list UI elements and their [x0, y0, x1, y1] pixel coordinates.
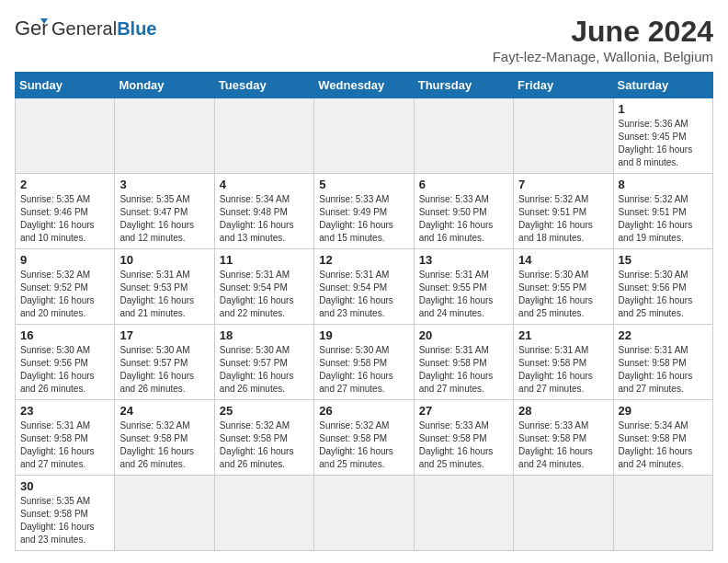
calendar-week-3: 9Sunrise: 5:32 AM Sunset: 9:52 PM Daylig… [16, 249, 713, 325]
calendar-cell [115, 476, 214, 551]
day-info: Sunrise: 5:30 AM Sunset: 9:55 PM Dayligh… [518, 269, 608, 320]
day-number: 12 [319, 253, 408, 267]
day-number: 5 [319, 178, 408, 191]
day-info: Sunrise: 5:31 AM Sunset: 9:54 PM Dayligh… [319, 269, 408, 320]
day-info: Sunrise: 5:31 AM Sunset: 9:58 PM Dayligh… [619, 344, 708, 396]
day-info: Sunrise: 5:32 AM Sunset: 9:58 PM Dayligh… [119, 419, 209, 471]
calendar-cell [613, 476, 712, 551]
calendar-cell [214, 98, 313, 174]
day-info: Sunrise: 5:30 AM Sunset: 9:56 PM Dayligh… [20, 344, 109, 396]
calendar-cell: 6Sunrise: 5:33 AM Sunset: 9:50 PM Daylig… [414, 174, 513, 249]
header-thursday: Thursday [414, 73, 513, 98]
header-tuesday: Tuesday [214, 73, 313, 98]
calendar-cell [16, 98, 115, 174]
day-info: Sunrise: 5:33 AM Sunset: 9:58 PM Dayligh… [518, 419, 608, 471]
day-info: Sunrise: 5:31 AM Sunset: 9:55 PM Dayligh… [419, 269, 508, 320]
calendar-cell: 17Sunrise: 5:30 AM Sunset: 9:57 PM Dayli… [115, 325, 214, 400]
day-number: 23 [20, 404, 109, 418]
day-info: Sunrise: 5:32 AM Sunset: 9:52 PM Dayligh… [20, 269, 109, 320]
calendar-cell: 24Sunrise: 5:32 AM Sunset: 9:58 PM Dayli… [115, 400, 214, 476]
day-info: Sunrise: 5:30 AM Sunset: 9:57 PM Dayligh… [220, 344, 309, 396]
calendar-cell: 20Sunrise: 5:31 AM Sunset: 9:58 PM Dayli… [414, 325, 513, 400]
day-info: Sunrise: 5:36 AM Sunset: 9:45 PM Dayligh… [619, 118, 708, 169]
day-number: 16 [20, 328, 109, 342]
header-monday: Monday [115, 73, 214, 98]
day-number: 2 [20, 178, 109, 191]
calendar-cell [314, 476, 414, 551]
day-number: 7 [518, 178, 608, 191]
day-info: Sunrise: 5:31 AM Sunset: 9:58 PM Dayligh… [419, 344, 508, 396]
day-number: 3 [119, 178, 209, 191]
day-number: 1 [619, 102, 708, 116]
calendar-week-4: 16Sunrise: 5:30 AM Sunset: 9:56 PM Dayli… [16, 325, 713, 400]
calendar-cell: 9Sunrise: 5:32 AM Sunset: 9:52 PM Daylig… [16, 249, 115, 325]
day-number: 18 [220, 328, 309, 342]
calendar-cell [414, 476, 513, 551]
day-info: Sunrise: 5:33 AM Sunset: 9:58 PM Dayligh… [419, 419, 508, 471]
day-number: 28 [518, 404, 608, 418]
calendar-cell: 7Sunrise: 5:32 AM Sunset: 9:51 PM Daylig… [514, 174, 613, 249]
day-number: 26 [319, 404, 408, 418]
calendar-cell: 23Sunrise: 5:31 AM Sunset: 9:58 PM Dayli… [16, 400, 115, 476]
calendar-week-6: 30Sunrise: 5:35 AM Sunset: 9:58 PM Dayli… [16, 476, 713, 551]
calendar-cell: 19Sunrise: 5:30 AM Sunset: 9:58 PM Dayli… [314, 325, 414, 400]
calendar-cell [414, 98, 513, 174]
day-info: Sunrise: 5:31 AM Sunset: 9:58 PM Dayligh… [20, 419, 109, 471]
calendar-table: SundayMondayTuesdayWednesdayThursdayFrid… [15, 72, 713, 551]
calendar-cell: 11Sunrise: 5:31 AM Sunset: 9:54 PM Dayli… [214, 249, 313, 325]
month-title: June 2024 [493, 15, 713, 49]
day-number: 9 [20, 253, 109, 267]
logo: General GeneralBlue [15, 15, 157, 42]
day-info: Sunrise: 5:31 AM Sunset: 9:58 PM Dayligh… [518, 344, 608, 396]
day-number: 27 [419, 404, 508, 418]
calendar-cell: 18Sunrise: 5:30 AM Sunset: 9:57 PM Dayli… [214, 325, 313, 400]
calendar-header-row: SundayMondayTuesdayWednesdayThursdayFrid… [16, 73, 713, 98]
day-number: 21 [518, 328, 608, 342]
calendar-cell [314, 98, 414, 174]
calendar-week-5: 23Sunrise: 5:31 AM Sunset: 9:58 PM Dayli… [16, 400, 713, 476]
day-info: Sunrise: 5:34 AM Sunset: 9:58 PM Dayligh… [619, 419, 708, 471]
day-info: Sunrise: 5:33 AM Sunset: 9:49 PM Dayligh… [319, 193, 408, 245]
day-info: Sunrise: 5:32 AM Sunset: 9:51 PM Dayligh… [619, 193, 708, 245]
calendar-cell [115, 98, 214, 174]
header-friday: Friday [514, 73, 613, 98]
day-number: 8 [619, 178, 708, 191]
calendar-cell: 12Sunrise: 5:31 AM Sunset: 9:54 PM Dayli… [314, 249, 414, 325]
day-info: Sunrise: 5:32 AM Sunset: 9:58 PM Dayligh… [220, 419, 309, 471]
day-info: Sunrise: 5:32 AM Sunset: 9:58 PM Dayligh… [319, 419, 408, 471]
day-info: Sunrise: 5:34 AM Sunset: 9:48 PM Dayligh… [220, 193, 309, 245]
calendar-cell: 27Sunrise: 5:33 AM Sunset: 9:58 PM Dayli… [414, 400, 513, 476]
day-info: Sunrise: 5:31 AM Sunset: 9:54 PM Dayligh… [220, 269, 309, 320]
title-block: June 2024 Fayt-lez-Manage, Wallonia, Bel… [493, 15, 713, 64]
day-number: 24 [119, 404, 209, 418]
day-info: Sunrise: 5:30 AM Sunset: 9:58 PM Dayligh… [319, 344, 408, 396]
day-info: Sunrise: 5:35 AM Sunset: 9:47 PM Dayligh… [119, 193, 209, 245]
calendar-cell [514, 476, 613, 551]
day-number: 30 [20, 479, 109, 493]
day-number: 11 [220, 253, 309, 267]
day-number: 15 [619, 253, 708, 267]
day-number: 25 [220, 404, 309, 418]
day-number: 14 [518, 253, 608, 267]
calendar-cell: 8Sunrise: 5:32 AM Sunset: 9:51 PM Daylig… [613, 174, 712, 249]
calendar-week-1: 1Sunrise: 5:36 AM Sunset: 9:45 PM Daylig… [16, 98, 713, 174]
calendar-cell: 28Sunrise: 5:33 AM Sunset: 9:58 PM Dayli… [514, 400, 613, 476]
calendar-cell: 21Sunrise: 5:31 AM Sunset: 9:58 PM Dayli… [514, 325, 613, 400]
day-info: Sunrise: 5:32 AM Sunset: 9:51 PM Dayligh… [518, 193, 608, 245]
day-info: Sunrise: 5:30 AM Sunset: 9:57 PM Dayligh… [119, 344, 209, 396]
calendar-cell: 16Sunrise: 5:30 AM Sunset: 9:56 PM Dayli… [16, 325, 115, 400]
calendar-cell: 26Sunrise: 5:32 AM Sunset: 9:58 PM Dayli… [314, 400, 414, 476]
logo-icon: General [15, 15, 48, 42]
calendar-cell [514, 98, 613, 174]
day-number: 20 [419, 328, 508, 342]
day-number: 13 [419, 253, 508, 267]
calendar-cell: 5Sunrise: 5:33 AM Sunset: 9:49 PM Daylig… [314, 174, 414, 249]
calendar-cell: 22Sunrise: 5:31 AM Sunset: 9:58 PM Dayli… [613, 325, 712, 400]
day-number: 19 [319, 328, 408, 342]
day-number: 22 [619, 328, 708, 342]
calendar-cell: 10Sunrise: 5:31 AM Sunset: 9:53 PM Dayli… [115, 249, 214, 325]
day-number: 6 [419, 178, 508, 191]
calendar-cell [214, 476, 313, 551]
header-saturday: Saturday [613, 73, 712, 98]
calendar-cell: 25Sunrise: 5:32 AM Sunset: 9:58 PM Dayli… [214, 400, 313, 476]
